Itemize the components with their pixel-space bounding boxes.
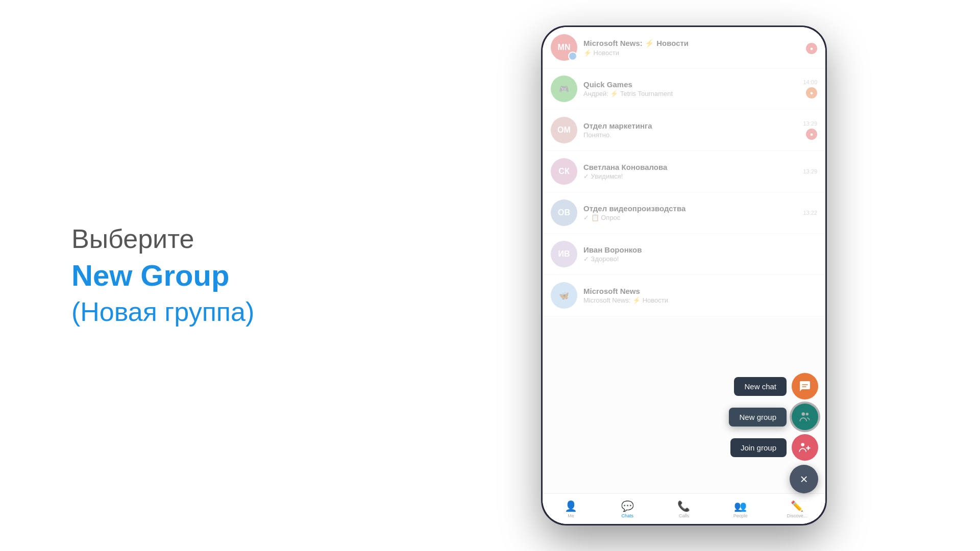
- new-chat-button[interactable]: [792, 373, 818, 399]
- chat-time: 13:29: [803, 120, 817, 127]
- join-group-button[interactable]: [792, 434, 818, 461]
- unread-badge: ●: [806, 87, 817, 98]
- new-group-label[interactable]: New group: [729, 408, 787, 427]
- new-chat-label[interactable]: New chat: [734, 377, 787, 396]
- chat-preview: Андрей: ⚡ Tetris Tournament: [583, 90, 799, 97]
- avatar-text: ИВ: [558, 249, 570, 259]
- chat-info: Microsoft News Microsoft News: ⚡ Новости: [583, 287, 813, 304]
- chat-time: 13:29: [803, 168, 817, 174]
- chat-item[interactable]: ОМ Отдел маркетинга Понятно. 13:29 ●: [543, 110, 825, 151]
- chat-preview: ⚡ Новости: [583, 49, 802, 57]
- chat-time: 14:00: [803, 79, 817, 85]
- phone-device: MN Microsoft News: ⚡ Новости ⚡ Новости ●…: [541, 26, 827, 525]
- nav-label: People: [733, 513, 748, 518]
- chat-meta: 13:29 ●: [803, 120, 817, 140]
- chat-item[interactable]: 🎮 Quick Games Андрей: ⚡ Tetris Tournamen…: [543, 68, 825, 110]
- chat-meta: ●: [806, 41, 817, 54]
- chat-item[interactable]: ОВ Отдел видеопроизводства ✓ 📋 Опрос 13:…: [543, 192, 825, 234]
- chat-item[interactable]: СК Светлана Коновалова ✓ Увидимся! 13:29: [543, 151, 825, 192]
- chat-name: Отдел маркетинга: [583, 121, 799, 130]
- avatar: MN: [551, 34, 577, 61]
- chat-name: Microsoft News: ⚡ Новости: [583, 39, 802, 48]
- chat-info: Светлана Коновалова ✓ Увидимся!: [583, 163, 799, 180]
- new-group-row: New group: [729, 404, 818, 430]
- avatar: 🎮: [551, 76, 577, 102]
- chat-name: Отдел видеопроизводства: [583, 204, 799, 213]
- chat-preview: Microsoft News: ⚡ Новости: [583, 296, 813, 304]
- chat-info: Отдел видеопроизводства ✓ 📋 Опрос: [583, 204, 799, 221]
- chat-item[interactable]: 🦋 Microsoft News Microsoft News: ⚡ Новос…: [543, 275, 825, 316]
- nav-label: Calls: [679, 513, 689, 518]
- chat-meta: 14:00 ●: [803, 79, 817, 98]
- close-fab-row: ×: [790, 465, 818, 493]
- avatar: СК: [551, 158, 577, 185]
- avatar-text: ОМ: [557, 126, 571, 135]
- instruction-line3: (Новая группа): [71, 295, 347, 330]
- new-chat-row: New chat: [734, 373, 818, 399]
- avatar-text: 🎮: [559, 84, 569, 94]
- nav-icon: ✏️: [791, 500, 803, 512]
- join-group-row: Join group: [730, 434, 818, 461]
- avatar-text: 🦋: [559, 291, 569, 300]
- chat-time: 13:22: [803, 210, 817, 216]
- chat-info: Отдел маркетинга Понятно.: [583, 121, 799, 139]
- avatar-badge: [568, 52, 577, 61]
- fab-overlay: New chat New group: [729, 373, 818, 493]
- nav-item-chats[interactable]: 💬 Chats: [599, 500, 656, 518]
- svg-point-0: [802, 412, 805, 416]
- svg-point-1: [806, 413, 808, 415]
- chat-name: Microsoft News: [583, 287, 813, 295]
- avatar-text: ОВ: [558, 208, 570, 217]
- left-panel: Выберите New Group (Новая группа): [0, 181, 388, 370]
- chat-name: Quick Games: [583, 80, 799, 89]
- unread-badge: ●: [806, 43, 817, 54]
- bottom-nav: 👤 Me 💬 Chats 📞 Calls 👥 People ✏️ Discove…: [543, 493, 825, 524]
- instruction-line2: New Group: [71, 256, 347, 294]
- phone-screen: MN Microsoft News: ⚡ Новости ⚡ Новости ●…: [543, 27, 825, 524]
- avatar: ОВ: [551, 199, 577, 226]
- chat-preview: ✓ Увидимся!: [583, 172, 799, 180]
- chat-list: MN Microsoft News: ⚡ Новости ⚡ Новости ●…: [543, 27, 825, 524]
- nav-label: Discove...: [787, 513, 807, 518]
- phone-wrapper: MN Microsoft News: ⚡ Новости ⚡ Новости ●…: [388, 0, 980, 551]
- chat-meta: 13:29: [803, 168, 817, 174]
- chat-preview: Понятно.: [583, 131, 799, 139]
- nav-icon: 👥: [734, 500, 747, 512]
- nav-item-me[interactable]: 👤 Me: [543, 500, 599, 518]
- nav-icon: 👤: [565, 500, 577, 512]
- chat-item[interactable]: MN Microsoft News: ⚡ Новости ⚡ Новости ●: [543, 27, 825, 68]
- instruction-line1: Выберите: [71, 222, 347, 257]
- avatar: 🦋: [551, 282, 577, 309]
- nav-item-discove[interactable]: ✏️ Discove...: [769, 500, 825, 518]
- chat-info: Quick Games Андрей: ⚡ Tetris Tournament: [583, 80, 799, 97]
- nav-label: Me: [568, 513, 574, 518]
- nav-item-calls[interactable]: 📞 Calls: [656, 500, 713, 518]
- svg-point-2: [801, 443, 804, 446]
- new-group-button[interactable]: [792, 404, 818, 430]
- chat-name: Светлана Коновалова: [583, 163, 799, 171]
- avatar: ОМ: [551, 117, 577, 143]
- avatar: ИВ: [551, 241, 577, 267]
- unread-badge: ●: [806, 129, 817, 140]
- chat-item[interactable]: ИВ Иван Воронков ✓ Здорово!: [543, 234, 825, 275]
- avatar-text: MN: [558, 43, 571, 52]
- chat-name: Иван Воронков: [583, 245, 813, 254]
- chat-meta: 13:22: [803, 210, 817, 216]
- avatar-text: СК: [558, 167, 569, 176]
- nav-item-people[interactable]: 👥 People: [712, 500, 769, 518]
- join-group-label[interactable]: Join group: [730, 438, 787, 457]
- nav-icon: 📞: [677, 500, 690, 512]
- chat-preview: ✓ 📋 Опрос: [583, 214, 799, 221]
- close-fab-button[interactable]: ×: [790, 465, 818, 493]
- nav-label: Chats: [621, 513, 633, 518]
- chat-info: Иван Воронков ✓ Здорово!: [583, 245, 813, 263]
- close-icon: ×: [800, 472, 807, 486]
- nav-icon: 💬: [621, 500, 634, 512]
- chat-preview: ✓ Здорово!: [583, 255, 813, 263]
- chat-info: Microsoft News: ⚡ Новости ⚡ Новости: [583, 39, 802, 57]
